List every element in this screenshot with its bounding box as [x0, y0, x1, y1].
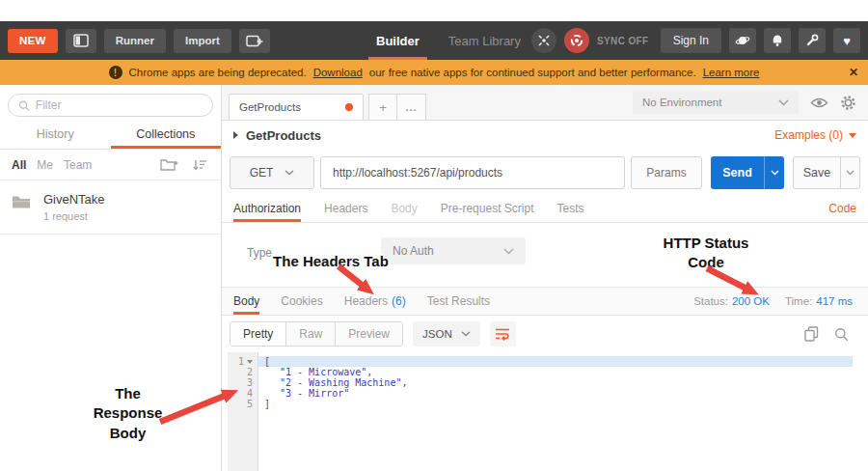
download-link[interactable]: Download	[313, 67, 363, 78]
examples-dropdown[interactable]: Examples (0)	[774, 128, 856, 142]
collection-item[interactable]: GiveNTake 1 request	[0, 180, 221, 235]
send-options-button[interactable]	[764, 156, 784, 189]
view-raw-button[interactable]: Raw	[286, 322, 336, 346]
request-tab-label: GetProducts	[239, 101, 301, 113]
content-area: History Collections All Me Team	[0, 85, 868, 471]
gear-icon	[840, 95, 856, 111]
search-icon	[18, 99, 30, 112]
search-response-icon[interactable]	[834, 327, 849, 342]
wrench-icon	[805, 34, 819, 47]
tab-history[interactable]: History	[0, 123, 111, 149]
favorites-button[interactable]: ♥	[833, 28, 860, 53]
warning-icon: !	[109, 66, 122, 79]
window-top-margin	[0, 0, 868, 21]
api-network-button[interactable]	[729, 28, 756, 53]
http-method-select[interactable]: GET	[230, 156, 314, 189]
sync-status-label: SYNC OFF	[597, 36, 649, 46]
sign-in-button[interactable]: Sign In	[661, 28, 721, 53]
format-value: JSON	[422, 328, 452, 340]
filter-input[interactable]	[36, 98, 204, 112]
save-options-button[interactable]	[840, 157, 859, 188]
tab-tests[interactable]: Tests	[556, 195, 583, 222]
two-pane-icon	[73, 34, 89, 47]
tab-collections[interactable]: Collections	[111, 123, 222, 149]
send-button[interactable]: Send	[711, 156, 764, 189]
unsaved-changes-dot	[345, 103, 353, 111]
copy-icon[interactable]	[804, 326, 819, 342]
response-tab-body[interactable]: Body	[233, 288, 259, 315]
sync-off-icon	[569, 33, 584, 48]
interceptor-button[interactable]	[531, 28, 556, 53]
scope-all[interactable]: All	[12, 158, 26, 172]
folder-icon	[12, 194, 31, 209]
sidebar: History Collections All Me Team	[0, 85, 222, 471]
sync-button[interactable]	[564, 28, 589, 53]
tab-pre-request-script[interactable]: Pre-request Script	[441, 195, 534, 222]
filter-box[interactable]	[8, 94, 213, 117]
sidebar-tabs: History Collections	[0, 123, 221, 150]
new-folder-icon[interactable]	[160, 157, 178, 172]
import-button[interactable]: Import	[174, 29, 231, 53]
sort-icon[interactable]	[193, 158, 209, 172]
environment-settings-button[interactable]	[840, 95, 856, 111]
caret-right-icon[interactable]	[233, 131, 238, 139]
postman-app-window: NEW Runner Import Builder Team Library	[0, 0, 868, 471]
runner-button[interactable]: Runner	[104, 29, 166, 53]
view-mode-group: Pretty Raw Preview	[230, 321, 403, 346]
new-button[interactable]: NEW	[8, 29, 58, 53]
collections-scope-row: All Me Team	[0, 150, 221, 180]
generate-code-link[interactable]: Code	[828, 195, 856, 222]
new-window-button[interactable]	[239, 29, 270, 53]
wrap-lines-button[interactable]	[490, 321, 516, 346]
heart-icon: ♥	[843, 34, 851, 48]
chevron-down-icon	[778, 99, 789, 106]
tab-body[interactable]: Body	[391, 195, 417, 222]
toolbar-right-cluster: SYNC OFF Sign In	[531, 28, 860, 53]
tab-options-button[interactable]: ...	[397, 94, 426, 120]
top-toolbar: NEW Runner Import Builder Team Library	[0, 21, 868, 60]
eye-icon	[810, 97, 828, 109]
chevron-down-icon	[503, 248, 514, 255]
environment-quicklook-button[interactable]	[810, 97, 828, 109]
response-format-select[interactable]: JSON	[413, 321, 480, 346]
response-meta: Status:200 OK Time:417 ms	[693, 288, 856, 315]
tab-authorization[interactable]: Authorization	[233, 195, 301, 222]
code-line: ]	[258, 399, 868, 409]
chevron-down-icon	[285, 170, 294, 176]
view-pretty-button[interactable]: Pretty	[231, 322, 286, 346]
response-body-editor[interactable]: 1 2 3 4 5 [ "1 - Microwave", "2 - Washin…	[222, 352, 868, 471]
request-builder-panel: GetProducts + ... No Environment	[222, 85, 868, 471]
save-button[interactable]: Save	[794, 157, 840, 188]
view-preview-button[interactable]: Preview	[336, 322, 402, 346]
window-plus-icon	[246, 34, 263, 48]
response-tab-headers[interactable]: Headers (6)	[344, 288, 406, 315]
settings-tools-button[interactable]	[799, 28, 826, 53]
layout-panes-button[interactable]	[66, 29, 96, 53]
new-tab-button[interactable]: +	[368, 94, 397, 120]
fold-caret-icon[interactable]	[247, 360, 253, 364]
auth-type-select[interactable]: No Auth	[381, 237, 526, 264]
code-line: "1 - Microwave",	[258, 367, 868, 377]
learn-more-link[interactable]: Learn more	[703, 67, 760, 78]
response-tab-test-results[interactable]: Test Results	[427, 288, 490, 315]
scope-team[interactable]: Team	[64, 158, 92, 172]
environment-select[interactable]: No Environment	[633, 91, 799, 114]
request-tab-strip: GetProducts + ... No Environment	[222, 85, 868, 121]
tab-headers[interactable]: Headers	[324, 195, 367, 222]
word-wrap-icon	[495, 327, 510, 341]
request-tab-getproducts[interactable]: GetProducts	[229, 94, 364, 120]
environment-selected-value: No Environment	[642, 97, 721, 108]
planet-icon	[735, 34, 750, 47]
status-value: 200 OK	[732, 295, 770, 307]
tab-builder[interactable]: Builder	[374, 21, 421, 60]
response-tab-cookies[interactable]: Cookies	[281, 288, 322, 315]
send-split-button: Send	[711, 156, 784, 189]
close-banner-button[interactable]: ✕	[849, 60, 858, 85]
url-input[interactable]	[320, 156, 625, 189]
notifications-button[interactable]	[764, 28, 791, 53]
scope-me[interactable]: Me	[37, 158, 53, 172]
params-button[interactable]: Params	[631, 156, 702, 189]
time-value: 417 ms	[816, 295, 853, 307]
tab-team-library[interactable]: Team Library	[447, 21, 523, 60]
deprecation-banner: ! Chrome apps are being deprecated. Down…	[0, 60, 868, 85]
